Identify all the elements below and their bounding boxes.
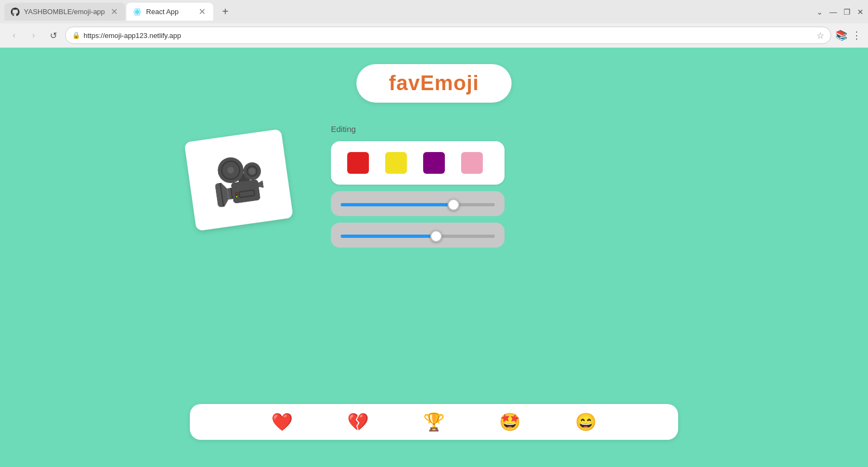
reload-button[interactable]: ↺ <box>46 28 61 43</box>
back-button[interactable]: ‹ <box>7 28 22 43</box>
new-tab-button[interactable]: + <box>216 3 234 21</box>
github-favicon <box>11 8 20 16</box>
close-window-button[interactable]: ✕ <box>857 8 864 16</box>
github-tab-close[interactable]: ✕ <box>109 7 119 17</box>
slider2-container <box>331 223 505 248</box>
lock-icon: 🔒 <box>72 31 80 39</box>
emoji-heartbreak[interactable]: 💔 <box>347 412 369 432</box>
toolbar: ‹ › ↺ 🔒 ☆ 📚 ⋮ <box>0 23 868 48</box>
react-tab-close[interactable]: ✕ <box>197 7 207 17</box>
slider1[interactable] <box>341 203 495 206</box>
color-swatch-purple[interactable] <box>423 152 445 174</box>
forward-button[interactable]: › <box>26 28 41 43</box>
browser-chrome: YASHBOMBLE/emoji-app ✕ React App ✕ + ⌄ —… <box>0 0 868 48</box>
emoji-heart[interactable]: ❤️ <box>271 412 293 432</box>
react-app-tab[interactable]: React App ✕ <box>126 3 213 21</box>
emoji-trophy[interactable]: 🏆 <box>423 412 445 432</box>
bookmarks-icon[interactable]: 📚 <box>835 29 847 41</box>
emoji-bar: ❤️ 💔 🏆 🤩 😄 <box>190 404 678 440</box>
editing-panel: Editing <box>331 124 505 248</box>
tab-right-controls: ⌄ — ❐ ✕ <box>816 8 864 16</box>
slider1-container <box>331 191 505 216</box>
github-tab[interactable]: YASHBOMBLE/emoji-app ✕ <box>4 3 125 21</box>
tab-bar: YASHBOMBLE/emoji-app ✕ React App ✕ + ⌄ —… <box>0 0 868 23</box>
slider2[interactable] <box>341 235 495 238</box>
main-area: 🎥 Editing <box>190 124 678 248</box>
maximize-button[interactable]: ❐ <box>844 8 851 16</box>
editing-label: Editing <box>331 124 505 134</box>
color-panel <box>331 141 505 185</box>
minimize-button[interactable]: — <box>829 8 837 16</box>
emoji-card[interactable]: 🎥 <box>184 129 293 231</box>
app-title-container: favEmoji <box>356 64 512 103</box>
color-swatch-yellow[interactable] <box>385 152 407 174</box>
featured-emoji: 🎥 <box>208 151 269 209</box>
app-title: favEmoji <box>389 72 479 94</box>
tab-list-button[interactable]: ⌄ <box>816 8 823 16</box>
emoji-star-struck[interactable]: 🤩 <box>499 412 521 432</box>
address-bar-wrapper: 🔒 ☆ <box>65 27 831 44</box>
extensions-icon[interactable]: ⋮ <box>852 29 861 41</box>
color-swatch-pink[interactable] <box>461 152 483 174</box>
app-content: favEmoji 🎥 Editing <box>0 48 868 467</box>
color-swatch-red[interactable] <box>347 152 369 174</box>
react-favicon <box>133 8 142 16</box>
react-tab-label: React App <box>146 8 193 16</box>
address-bar[interactable] <box>84 31 813 40</box>
toolbar-right-icons: 📚 ⋮ <box>835 29 861 41</box>
star-icon[interactable]: ☆ <box>816 30 824 41</box>
github-tab-label: YASHBOMBLE/emoji-app <box>24 8 105 16</box>
emoji-laughing[interactable]: 😄 <box>575 412 597 432</box>
